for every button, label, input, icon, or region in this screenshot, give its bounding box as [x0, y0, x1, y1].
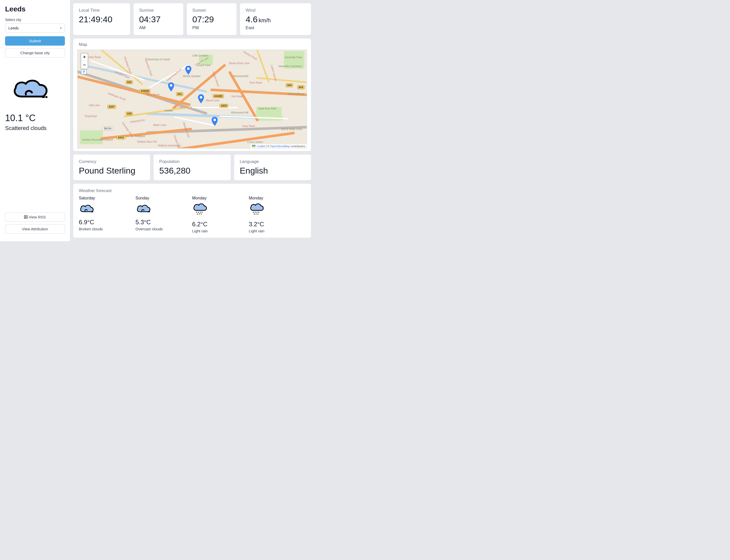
road-shield: A647: [107, 105, 116, 109]
info-row: Currency Pound Sterling Population 536,2…: [73, 154, 311, 180]
forecast-temp: 5.3°C: [136, 219, 192, 226]
road-shield: A643: [117, 136, 125, 139]
sunset-suffix: PM: [192, 25, 231, 30]
map-label-text: Richmond Hill: [231, 111, 248, 114]
leaflet-link[interactable]: Leaflet: [257, 145, 265, 148]
wind-direction: East: [246, 25, 305, 30]
currency-card: Currency Pound Sterling: [73, 154, 150, 180]
map-label-text: Little London: [192, 54, 208, 57]
sunrise-suffix: AM: [139, 25, 178, 30]
local-time-card: Local Time 21:49:40: [73, 3, 130, 35]
forecast-desc: Light rain: [192, 229, 249, 233]
svg-point-5: [170, 84, 172, 87]
language-value: English: [240, 166, 305, 176]
map-label-text: Harehills Cemetery: [278, 65, 302, 68]
forecast-card: Weather forecast Saturday6.9°CBroken clo…: [73, 183, 311, 238]
map-label-text: Water Lane: [153, 124, 166, 126]
map-label-text: Cross Green: [247, 140, 263, 143]
forecast-grid: Saturday6.9°CBroken cloudsSunday5.3°COve…: [79, 196, 305, 233]
forecast-temp: 3.2°C: [249, 221, 306, 228]
svg-point-7: [213, 119, 216, 121]
forecast-desc: Light rain: [249, 229, 306, 233]
forecast-day: Sunday5.3°COvercast clouds: [136, 196, 192, 233]
map-attribution: Leaflet | © OpenStreetMap contributors: [250, 144, 307, 148]
map-marker-icon[interactable]: [168, 82, 174, 91]
map-label-text: Marsh Lane: [206, 99, 219, 102]
view-attribution-button[interactable]: View Attribution: [5, 224, 65, 234]
current-temperature: 10.1 °C: [5, 113, 65, 123]
road-shield: A58: [126, 112, 133, 116]
submit-button[interactable]: Submit: [5, 36, 65, 46]
map-marker-icon[interactable]: [212, 117, 218, 126]
population-value: 536,280: [159, 166, 225, 176]
forecast-day-name: Saturday: [79, 196, 136, 200]
road-shield: A58(M): [139, 89, 150, 93]
map-marker-icon[interactable]: [185, 66, 191, 75]
svg-point-4: [187, 67, 190, 70]
osm-link[interactable]: OpenStreetMap: [270, 145, 290, 148]
map-label-text: West Street: [146, 93, 159, 96]
view-rss-button[interactable]: View RSS: [5, 212, 65, 222]
sidebar: Leeds Select city Leeds ▾ Submit Change …: [0, 0, 70, 241]
view-rss-label: View RSS: [29, 215, 46, 219]
forecast-temp: 6.2°C: [192, 221, 249, 228]
zoom-in-button[interactable]: +: [81, 53, 88, 61]
sunset-label: Sunset: [192, 8, 231, 13]
forecast-desc: Broken clouds: [79, 227, 136, 231]
map-label-text: York Road: [231, 95, 243, 98]
main-content: Local Time 21:49:40 Sunrise 04:37 AM Sun…: [70, 0, 314, 241]
wind-label: Wind: [246, 8, 305, 13]
zoom-out-button[interactable]: −: [81, 61, 88, 69]
sunrise-value: 04:37: [139, 14, 178, 24]
city-select[interactable]: Leeds ▾: [5, 23, 65, 33]
change-base-city-button[interactable]: Change base city: [5, 48, 65, 58]
map-label-text: East End Park: [258, 107, 276, 110]
rain-icon: [192, 203, 249, 217]
local-time-value: 21:49:40: [79, 14, 124, 24]
sunset-card: Sunset 07:29 PM: [186, 3, 237, 35]
summary-row: Local Time 21:49:40 Sunrise 04:37 AM Sun…: [73, 3, 311, 35]
forecast-day-name: Sunday: [136, 196, 192, 200]
map-label-text: Holbeck: [135, 135, 145, 138]
forecast-day-name: Monday: [192, 196, 249, 200]
forecast-day: Saturday6.9°CBroken clouds: [79, 196, 136, 233]
map-label-text: Arena Quarter: [183, 74, 201, 78]
rain-icon: [249, 203, 306, 217]
current-description: Scattered clouds: [5, 125, 65, 132]
map-label-text: Hull Lane: [178, 106, 189, 109]
map-label-text: Torre Road: [249, 81, 262, 84]
map-label-text: Leeds: [165, 109, 173, 112]
svg-point-6: [200, 96, 202, 99]
map-label-text: Hall Lane: [89, 104, 100, 107]
road-shield: A64(M): [213, 94, 223, 98]
road-shield: B6154: [103, 127, 112, 130]
map-label-text: Tong Road: [84, 115, 97, 118]
language-card: Language English: [234, 154, 311, 180]
map-label-text: Easy Road: [242, 125, 255, 127]
sunset-value: 07:29: [192, 14, 231, 24]
cloud-icon: [79, 203, 136, 215]
map-label: Map: [77, 42, 307, 47]
forecast-day-name: Monday: [249, 196, 306, 200]
map-label-text: Wortley Recreation Ground: [82, 138, 113, 141]
road-shield: A64: [286, 83, 293, 87]
rss-icon: [24, 215, 28, 219]
population-label: Population: [159, 159, 225, 164]
current-weather: 10.1 °C Scattered clouds: [5, 76, 65, 132]
map-card: Map: [73, 38, 311, 151]
map-label-text: Burley Road: [87, 56, 101, 59]
city-select-value: Leeds: [8, 26, 19, 30]
map-label-text: Stoney Rock Lane: [229, 62, 250, 65]
road-shield: A61: [176, 92, 183, 96]
forecast-desc: Overcast clouds: [136, 227, 192, 231]
city-heading: Leeds: [5, 5, 65, 13]
currency-value: Pound Sterling: [79, 166, 144, 176]
cloud-icon: [136, 203, 192, 215]
map-label-text: York & Selby Lines: [281, 128, 302, 130]
map[interactable]: A647 A65 A58(M) A58 A643 A61 A64(M) A653…: [77, 50, 307, 148]
flag-icon: [252, 145, 255, 147]
map-marker-icon[interactable]: [198, 94, 204, 103]
chevron-down-icon: ▾: [60, 26, 62, 30]
road-shield: A65: [126, 80, 133, 84]
road-shield: A64: [297, 85, 304, 89]
